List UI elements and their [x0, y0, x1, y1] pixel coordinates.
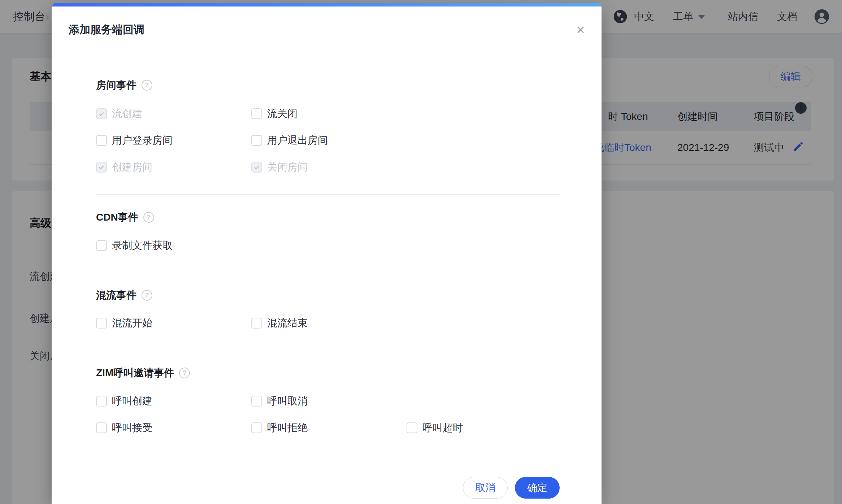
dialog-body: 房间事件 ? 流创建 流关闭 用户登录房间 [52, 78, 602, 499]
checkbox-checked-disabled [96, 162, 107, 173]
section-mix-events: 混流事件 ? [96, 288, 560, 303]
checkbox-label: 流关闭 [267, 107, 298, 121]
mix-events-options: 混流开始 混流结束 [96, 315, 560, 331]
checkbox-item: 关闭房间 [251, 159, 407, 175]
checkbox-label: 呼叫取消 [267, 394, 308, 408]
checkbox-unchecked[interactable] [96, 240, 107, 251]
checkbox-unchecked[interactable] [407, 422, 417, 433]
add-server-callback-dialog: 添加服务端回调 × 房间事件 ? 流创建 流关闭 [52, 3, 602, 504]
checkbox-unchecked[interactable] [96, 318, 107, 329]
zim-call-events-options: 呼叫创建 呼叫取消 呼叫接受 呼叫拒绝 呼叫超时 [96, 393, 560, 436]
checkbox-label: 呼叫接受 [112, 421, 152, 435]
dialog-header: 添加服务端回调 × [52, 6, 602, 53]
section-title: ZIM呼叫邀请事件 [96, 366, 174, 380]
checkbox-unchecked[interactable] [251, 135, 262, 146]
confirm-button[interactable]: 确定 [515, 477, 560, 499]
dialog-footer: 取消 确定 [96, 477, 560, 499]
checkbox-checked-disabled [96, 108, 107, 119]
close-icon[interactable]: × [572, 21, 589, 38]
cdn-events-options: 录制文件获取 [96, 238, 560, 253]
help-icon[interactable]: ? [142, 290, 152, 301]
checkbox-item[interactable]: 录制文件获取 [96, 238, 251, 253]
cancel-button[interactable]: 取消 [463, 477, 508, 499]
checkbox-item[interactable]: 混流开始 [96, 315, 251, 331]
section-divider [96, 351, 560, 351]
section-title: CDN事件 [96, 210, 138, 225]
section-room-events: 房间事件 ? [96, 78, 560, 92]
checkbox-item[interactable]: 呼叫取消 [251, 393, 407, 409]
checkbox-item[interactable]: 用户退出房间 [251, 132, 407, 148]
checkbox-label: 录制文件获取 [112, 239, 173, 252]
section-zim-call-events: ZIM呼叫邀请事件 ? [96, 366, 560, 380]
checkbox-item[interactable]: 流关闭 [251, 106, 407, 122]
checkbox-label: 呼叫创建 [112, 394, 152, 408]
section-divider [96, 274, 560, 274]
checkbox-unchecked[interactable] [251, 318, 262, 329]
checkbox-item: 创建房间 [96, 159, 251, 175]
section-cdn-events: CDN事件 ? [96, 210, 560, 225]
checkbox-item[interactable]: 呼叫拒绝 [251, 420, 407, 436]
help-icon[interactable]: ? [179, 368, 190, 378]
checkbox-item[interactable]: 混流结束 [251, 315, 407, 331]
section-title: 混流事件 [96, 288, 136, 303]
checkbox-label: 关闭房间 [267, 160, 308, 174]
checkbox-label: 流创建 [112, 107, 142, 121]
checkbox-label: 创建房间 [112, 160, 152, 174]
section-divider [96, 194, 560, 195]
room-events-options: 流创建 流关闭 用户登录房间 用户退出房间 [96, 106, 560, 175]
checkbox-label: 用户登录房间 [112, 134, 173, 147]
help-icon[interactable]: ? [142, 80, 152, 91]
checkbox-label: 混流开始 [112, 316, 152, 330]
checkbox-unchecked[interactable] [96, 396, 107, 407]
dialog-title: 添加服务端回调 [69, 22, 144, 37]
checkbox-item[interactable]: 用户登录房间 [96, 132, 251, 148]
checkbox-label: 呼叫拒绝 [267, 421, 308, 435]
dialog-accent-bar [52, 3, 602, 6]
checkbox-unchecked[interactable] [96, 135, 107, 146]
checkbox-checked-disabled [251, 162, 262, 173]
checkbox-label: 用户退出房间 [267, 134, 328, 147]
checkbox-item: 流创建 [96, 106, 251, 122]
checkbox-unchecked[interactable] [251, 422, 262, 433]
checkbox-item[interactable]: 呼叫接受 [96, 420, 251, 436]
checkbox-label: 呼叫超时 [422, 421, 463, 435]
screen: 控制台 › 中文 工单 站内信 文档 基本 编辑 时 Token 创建时间 [0, 0, 842, 504]
checkbox-unchecked[interactable] [251, 108, 262, 119]
section-title: 房间事件 [96, 78, 136, 92]
checkbox-item[interactable]: 呼叫超时 [407, 420, 560, 436]
help-icon[interactable]: ? [143, 212, 154, 223]
checkbox-unchecked[interactable] [251, 396, 262, 407]
checkbox-unchecked[interactable] [96, 422, 107, 433]
checkbox-label: 混流结束 [267, 316, 308, 330]
checkbox-item[interactable]: 呼叫创建 [96, 393, 251, 409]
